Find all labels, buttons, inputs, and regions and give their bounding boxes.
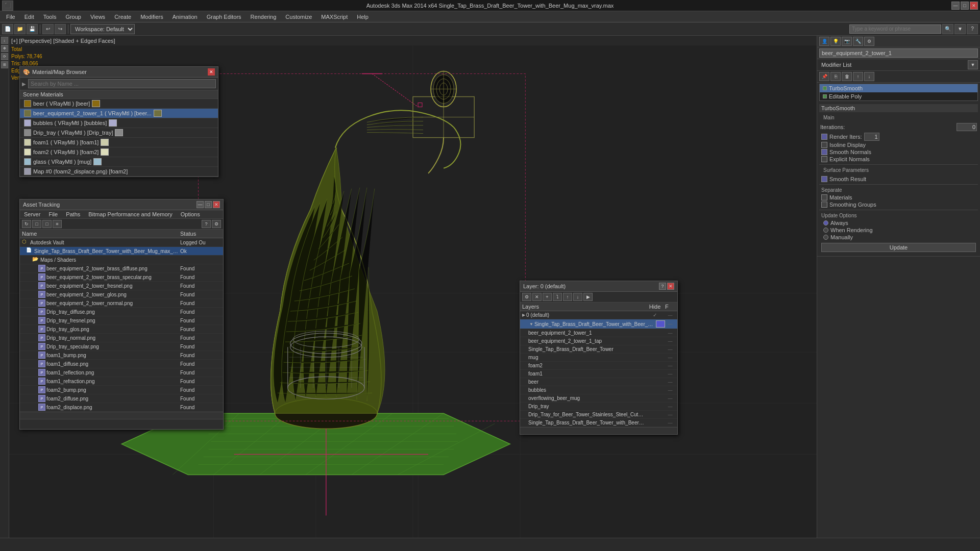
at-minimize[interactable]: —: [197, 201, 204, 208]
rp-icon-3[interactable]: 📷: [842, 37, 852, 46]
material-item-glass[interactable]: glass ( VRayMtl ) [mug]: [20, 157, 218, 167]
layer-tb-merge[interactable]: ⤵: [553, 293, 562, 301]
layer-tb-up[interactable]: ↑: [563, 293, 572, 301]
layer-row-single-tap-full[interactable]: Single_Tap_Brass_Draft_Beer_Tower_with_B…: [520, 419, 677, 427]
search-icon[interactable]: 🔍: [942, 24, 953, 34]
at-menu-file[interactable]: File: [44, 210, 62, 218]
materials-cb[interactable]: [821, 194, 827, 201]
left-tool-2[interactable]: ✥: [1, 45, 8, 52]
menu-modifiers[interactable]: Modifiers: [136, 13, 167, 21]
at-row-png-0[interactable]: P beer_equipment_2_tower_brass_diffuse.p…: [20, 264, 223, 273]
layer-row-foam1[interactable]: foam1 —: [520, 370, 677, 378]
at-row-png-2[interactable]: P beer_equipment_2_tower_fresnel.png Fou…: [20, 282, 223, 290]
layer-tb-down[interactable]: ↓: [573, 293, 582, 301]
menu-maxscript[interactable]: MAXScript: [317, 13, 352, 21]
layer-help[interactable]: ?: [659, 283, 666, 290]
layer-tb-delete[interactable]: ✕: [532, 293, 542, 301]
layer-row-mug[interactable]: mug —: [520, 354, 677, 362]
isoline-cb[interactable]: [821, 142, 827, 148]
search-input[interactable]: [849, 24, 941, 34]
render-iters-cb[interactable]: [821, 134, 827, 140]
menu-edit[interactable]: Edit: [20, 13, 38, 21]
at-tb-refresh[interactable]: ↻: [22, 220, 31, 228]
always-radio[interactable]: [823, 220, 828, 226]
material-browser-close[interactable]: ✕: [208, 68, 215, 76]
at-row-png-6[interactable]: P Drip_tray_fresnel.png Found: [20, 316, 223, 325]
smooth-result-cb[interactable]: [821, 176, 827, 182]
at-tb-list[interactable]: ≡: [53, 220, 62, 228]
new-btn[interactable]: 📄: [2, 24, 13, 34]
at-tb-settings[interactable]: ⚙: [212, 220, 221, 228]
rp-icon-5[interactable]: ⚙: [864, 37, 874, 46]
material-item-foam1[interactable]: foam1 ( VRayMtl ) [foam1]: [20, 138, 218, 147]
at-row-png-5[interactable]: P Drip_tray_diffuse.png Found: [20, 308, 223, 316]
material-item-beer[interactable]: beer ( VRayMtl ) [beer]: [20, 99, 218, 109]
at-row-png-15[interactable]: P foam2_diffuse.png Found: [20, 394, 223, 403]
rp-icon-1[interactable]: 👤: [819, 37, 829, 46]
menu-tools[interactable]: Tools: [39, 13, 61, 21]
rp-icon-4[interactable]: 🔧: [853, 37, 863, 46]
mod-delete[interactable]: 🗑: [842, 72, 852, 81]
left-tool-1[interactable]: ↕: [1, 37, 8, 44]
at-row-png-10[interactable]: P foam1_bump.png Found: [20, 351, 223, 360]
layer-scrollbar-h[interactable]: [520, 427, 677, 434]
at-row-png-13[interactable]: P foam1_refraction.png Found: [20, 377, 223, 386]
close-button[interactable]: ✕: [970, 2, 978, 10]
layer-row-foam2[interactable]: foam2 —: [520, 362, 677, 370]
at-row-maps-folder[interactable]: 📂 Maps / Shaders: [20, 256, 223, 264]
menu-file[interactable]: File: [2, 13, 19, 21]
at-close[interactable]: ✕: [213, 201, 220, 208]
layer-row-equip-1[interactable]: beer_equipment_2_tower_1 —: [520, 329, 677, 337]
iterations-input[interactable]: [957, 123, 977, 131]
workspace-dropdown[interactable]: Workspace: Default: [70, 24, 135, 34]
at-row-vault[interactable]: ⬡ Autodesk Vault Logged Ou: [20, 238, 223, 247]
modifier-turbosm[interactable]: TurboSmooth: [820, 84, 977, 92]
menu-create[interactable]: Create: [110, 13, 135, 21]
at-tb-add[interactable]: □: [32, 220, 41, 228]
smooth-normals-cb[interactable]: [821, 149, 827, 155]
material-item-map0[interactable]: Map #0 (foam2_displace.png) [foam2]: [20, 167, 218, 177]
layer-row-default[interactable]: ▶ 0 (default) ✓ —: [520, 311, 677, 319]
app-logo[interactable]: ⬛: [2, 1, 13, 11]
layer-row-beer[interactable]: beer —: [520, 378, 677, 386]
at-row-png-14[interactable]: P foam2_bump.png Found: [20, 386, 223, 394]
modifier-editable-poly[interactable]: Editable Poly: [820, 92, 977, 101]
menu-animation[interactable]: Animation: [168, 13, 202, 21]
at-tb-help[interactable]: ?: [202, 220, 211, 228]
at-tb-remove[interactable]: □: [42, 220, 52, 228]
at-row-png-9[interactable]: P Drip_tray_specular.png Found: [20, 342, 223, 351]
at-row-png-4[interactable]: P beer_equipment_2_tower_normal.png Foun…: [20, 299, 223, 308]
open-btn[interactable]: 📁: [14, 24, 26, 34]
search-options-btn[interactable]: ▼: [954, 24, 966, 34]
layer-row-single-tap[interactable]: ▼ Single_Tap_Brass_Draft_Beer_Tower_with…: [520, 319, 677, 329]
at-maximize[interactable]: □: [205, 201, 212, 208]
menu-graph-editors[interactable]: Graph Editors: [203, 13, 246, 21]
layer-row-drip-tray[interactable]: Drip_tray —: [520, 403, 677, 411]
layer-row-equip-tap[interactable]: beer_equipment_2_tower_1_tap —: [520, 337, 677, 345]
layer-body[interactable]: ▶ 0 (default) ✓ — ▼ Single_Tap_Brass_Dra…: [520, 311, 677, 427]
menu-help[interactable]: Help: [353, 13, 373, 21]
mod-down[interactable]: ↓: [864, 72, 874, 81]
maximize-button[interactable]: □: [961, 2, 969, 10]
modifier-list-expand[interactable]: ▼: [968, 60, 978, 69]
at-row-png-8[interactable]: P Drip_tray_normal.png Found: [20, 334, 223, 342]
layer-row-drip-tray-stainless[interactable]: Drip_Tray_for_Beer_Tower_Stainless_Steel…: [520, 411, 677, 419]
layer-tb-expand[interactable]: ▶: [583, 293, 593, 301]
object-name-input[interactable]: [819, 48, 978, 58]
at-menu-bitmap[interactable]: Bitmap Performance and Memory: [84, 210, 176, 218]
mod-copy[interactable]: ⎘: [830, 72, 841, 81]
undo-btn[interactable]: ↩: [42, 24, 54, 34]
left-tool-3[interactable]: ⟳: [1, 53, 8, 60]
mod-pin[interactable]: 📌: [819, 72, 829, 81]
at-row-png-11[interactable]: P foam1_diffuse.png Found: [20, 360, 223, 368]
layer-row-single-tap-tower[interactable]: Single_Tap_Brass_Draft_Beer_Tower —: [520, 345, 677, 354]
save-btn[interactable]: 💾: [27, 24, 38, 34]
menu-customize[interactable]: Customize: [281, 13, 316, 21]
at-row-png-12[interactable]: P foam1_reflection.png Found: [20, 368, 223, 377]
update-button[interactable]: Update: [821, 243, 976, 252]
layer-row-overflow[interactable]: overflowing_beer_mug —: [520, 394, 677, 403]
material-item-drip-tray[interactable]: Drip_tray ( VRayMtl ) [Drip_tray]: [20, 128, 218, 138]
at-row-png-7[interactable]: P Drip_tray_glos.png Found: [20, 325, 223, 334]
at-body[interactable]: ⬡ Autodesk Vault Logged Ou 📄 Single_Tap_…: [20, 238, 223, 412]
at-row-png-16[interactable]: P foam2_displace.png Found: [20, 403, 223, 412]
